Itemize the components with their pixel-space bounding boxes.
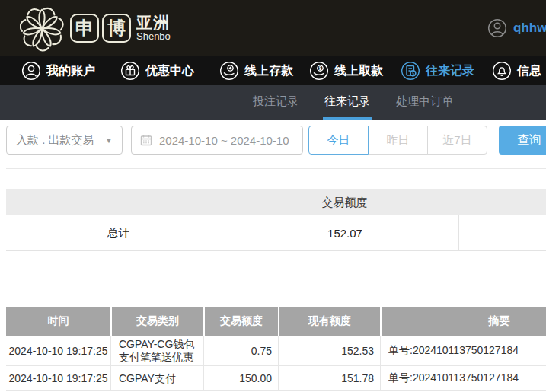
summary-empty-cell bbox=[458, 215, 546, 250]
cell-balance: 151.78 bbox=[278, 366, 380, 390]
flower-logo-icon bbox=[20, 5, 64, 52]
summary-total-row: 总计 152.07 bbox=[6, 215, 546, 251]
tab-transaction-records[interactable]: 往来记录 bbox=[323, 85, 372, 120]
cell-time: 2024-10-10 19:17:25 bbox=[6, 366, 110, 390]
deposit-icon bbox=[219, 61, 239, 81]
transaction-type-select[interactable]: 入款 . 出款交易 ▼ bbox=[6, 126, 123, 155]
brand-char-1: 申 bbox=[70, 14, 99, 43]
withdraw-icon: $ bbox=[309, 61, 329, 81]
date-range-input[interactable]: 2024-10-10 ~ 2024-10-10 bbox=[131, 126, 303, 155]
cell-balance: 152.53 bbox=[278, 336, 380, 365]
col-header-amount: 交易额度 bbox=[203, 307, 278, 336]
last7days-button[interactable]: 近7日 bbox=[427, 126, 487, 155]
filter-bar: 入款 . 出款交易 ▼ 2024-10-10 ~ 2024-10-10 今日 昨… bbox=[6, 126, 546, 155]
tab-betting-records[interactable]: 投注记录 bbox=[251, 85, 300, 120]
summary-total-label: 总计 bbox=[6, 215, 231, 250]
bell-icon bbox=[492, 61, 512, 81]
nav-online-withdraw[interactable]: $ 线上取款 bbox=[309, 56, 383, 85]
summary-header-row: 交易额度 bbox=[6, 189, 546, 215]
nav-my-account[interactable]: 我的账户 bbox=[21, 56, 95, 85]
col-header-balance: 现有额度 bbox=[278, 307, 380, 336]
today-button[interactable]: 今日 bbox=[308, 126, 369, 155]
user-account[interactable]: qhhw2 bbox=[487, 18, 546, 38]
sub-nav: 投注记录 往来记录 处理中订单 bbox=[0, 85, 546, 120]
svg-text:$: $ bbox=[319, 65, 322, 72]
brand-header: 申 博 亚洲 Shenbo qhhw2 bbox=[0, 0, 546, 56]
gift-icon bbox=[120, 61, 140, 81]
brand-region-block: 亚洲 Shenbo bbox=[136, 14, 171, 42]
transactions-header-row: 时间 交易类别 交易额度 现有额度 摘要 bbox=[6, 307, 546, 336]
cell-type: CGPAY-CG钱包支付笔笔送优惠 bbox=[110, 336, 203, 365]
cell-note: 单号:202410113750127184 bbox=[380, 336, 546, 365]
user-icon bbox=[21, 61, 41, 81]
col-header-type: 交易类别 bbox=[110, 307, 203, 336]
nav-promo-center[interactable]: 优惠中心 bbox=[120, 56, 194, 85]
col-header-time: 时间 bbox=[6, 307, 110, 336]
brand-logo: 申 博 亚洲 Shenbo bbox=[20, 5, 171, 52]
cell-amount: 0.75 bbox=[203, 336, 278, 365]
records-icon bbox=[401, 61, 420, 81]
cell-note: 单号:202410113750127184 bbox=[380, 366, 546, 390]
summary-total-value: 152.07 bbox=[231, 215, 458, 250]
summary-header-amount: 交易额度 bbox=[231, 189, 458, 215]
date-range-value: 2024-10-10 ~ 2024-10-10 bbox=[159, 134, 289, 147]
col-header-note: 摘要 bbox=[380, 307, 546, 336]
brand-char-2: 博 bbox=[102, 14, 131, 43]
cell-type: CGPAY支付 bbox=[110, 366, 203, 390]
user-avatar-icon bbox=[487, 18, 507, 38]
username[interactable]: qhhw2 bbox=[513, 21, 546, 36]
brand-subtitle: Shenbo bbox=[136, 31, 171, 42]
yesterday-button[interactable]: 昨日 bbox=[368, 126, 428, 155]
quick-range-group: 今日 昨日 近7日 bbox=[308, 126, 487, 155]
table-row: 2024-10-10 19:17:25 CGPAY支付 150.00 151.7… bbox=[6, 366, 546, 391]
transaction-type-value: 入款 . 出款交易 bbox=[16, 133, 94, 148]
page: { "brand": { "box1": "申", "box2": "博", "… bbox=[0, 0, 546, 392]
cell-time: 2024-10-10 19:17:25 bbox=[6, 336, 110, 365]
table-row: 2024-10-10 19:17:25 CGPAY-CG钱包支付笔笔送优惠 0.… bbox=[6, 336, 546, 366]
caret-down-icon: ▼ bbox=[105, 136, 113, 145]
cell-amount: 150.00 bbox=[203, 366, 278, 390]
section-divider bbox=[6, 168, 546, 169]
brand-name-boxes: 申 博 bbox=[70, 14, 131, 43]
calendar-icon bbox=[140, 134, 152, 146]
search-button[interactable]: 查询 bbox=[499, 126, 546, 155]
nav-messages[interactable]: 信息 bbox=[492, 56, 541, 85]
brand-region: 亚洲 bbox=[136, 14, 171, 31]
main-nav: 我的账户 优惠中心 线上存款 bbox=[0, 56, 546, 85]
nav-online-deposit[interactable]: 线上存款 bbox=[219, 56, 293, 85]
transactions-table: 时间 交易类别 交易额度 现有额度 摘要 2024-10-10 19:17:25… bbox=[6, 307, 546, 391]
nav-transaction-records[interactable]: 往来记录 bbox=[401, 56, 474, 85]
tab-processing-orders[interactable]: 处理中订单 bbox=[394, 85, 455, 120]
summary-table: 交易额度 总计 152.07 bbox=[6, 189, 546, 251]
